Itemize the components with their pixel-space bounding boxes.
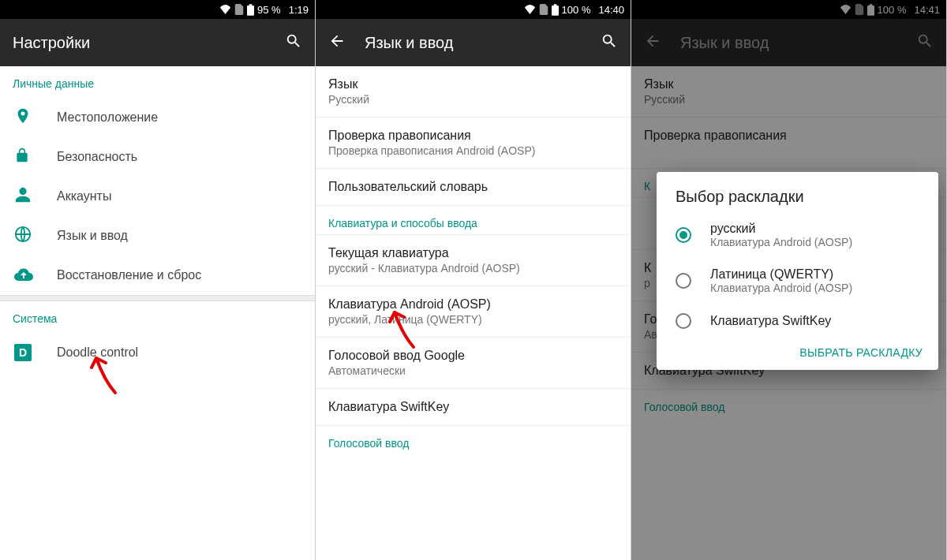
section-system: Система	[0, 301, 315, 333]
option-title: Латиница (QWERTY)	[710, 267, 852, 282]
cloud-upload-icon	[14, 267, 33, 284]
item-aosp-keyboard[interactable]: Клавиатура Android (AOSP) русский, Латин…	[316, 286, 631, 338]
radio-option-swiftkey[interactable]: Клавиатура SwiftKey	[657, 304, 938, 338]
app-bar: Язык и ввод	[316, 19, 631, 66]
radio-option-russian[interactable]: русский Клавиатура Android (AOSP)	[657, 212, 938, 258]
screen-settings: 95 % 1:19 Настройки Личные данные Местоп…	[0, 0, 316, 560]
lock-icon	[14, 147, 30, 167]
account-icon	[14, 186, 32, 207]
status-bar: 100 % 14:40	[316, 0, 631, 19]
app-bar: Настройки	[0, 19, 315, 66]
item-accounts[interactable]: Аккаунты	[0, 177, 315, 216]
item-label: Местоположение	[57, 110, 302, 125]
sim-icon	[539, 4, 548, 15]
item-title: Клавиатура Android (AOSP)	[328, 297, 618, 312]
doodle-icon: D	[14, 344, 32, 361]
item-title: Проверка правописания	[328, 129, 618, 143]
item-subtitle: русский - Клавиатура Android (AOSP)	[328, 262, 618, 274]
battery-pct: 95 %	[257, 4, 281, 16]
page-title: Язык и ввод	[365, 34, 582, 52]
item-subtitle: русский, Латиница (QWERTY)	[328, 313, 618, 326]
item-language-input[interactable]: Язык и ввод	[0, 216, 315, 256]
item-title: Клавиатура SwiftKey	[328, 400, 618, 414]
dialog-layout-picker: Выбор раскладки русский Клавиатура Andro…	[657, 172, 938, 370]
item-label: Язык и ввод	[57, 229, 302, 243]
option-title: Клавиатура SwiftKey	[710, 314, 831, 328]
content: Язык Русский Проверка правописания Прове…	[316, 66, 631, 560]
item-subtitle: Русский	[328, 93, 618, 106]
radio-icon	[676, 227, 691, 243]
item-language[interactable]: Язык Русский	[316, 66, 631, 118]
item-dictionary[interactable]: Пользовательский словарь	[316, 169, 631, 206]
modal-scrim-top	[631, 0, 946, 66]
section-personal: Личные данные	[0, 66, 315, 98]
item-subtitle: Проверка правописания Android (AOSP)	[328, 144, 618, 157]
section-keyboard: Клавиатура и способы ввода	[316, 206, 631, 235]
battery-icon	[247, 4, 254, 16]
clock: 1:19	[289, 4, 309, 16]
radio-option-latin[interactable]: Латиница (QWERTY) Клавиатура Android (AO…	[657, 258, 938, 304]
search-icon[interactable]	[285, 32, 302, 53]
content: Личные данные Местоположение Безопасност…	[0, 66, 315, 560]
item-subtitle: Автоматически	[328, 364, 618, 377]
item-doodle[interactable]: D Doodle control	[0, 333, 315, 372]
item-label: Безопасность	[57, 150, 302, 164]
divider	[0, 295, 315, 301]
globe-icon	[14, 226, 32, 246]
wifi-icon	[524, 5, 536, 14]
section-voice: Голосовой ввод	[316, 426, 631, 454]
radio-icon	[676, 273, 691, 289]
item-title: Голосовой ввод Google	[328, 349, 618, 363]
option-subtitle: Клавиатура Android (AOSP)	[710, 236, 852, 248]
location-icon	[14, 107, 32, 128]
item-location[interactable]: Местоположение	[0, 98, 315, 137]
option-title: русский	[710, 222, 852, 236]
dialog-title: Выбор раскладки	[657, 188, 938, 212]
item-spellcheck[interactable]: Проверка правописания Проверка правописа…	[316, 118, 631, 169]
screen-language-input: 100 % 14:40 Язык и ввод Язык Русский Про…	[316, 0, 631, 560]
item-current-keyboard[interactable]: Текущая клавиатура русский - Клавиатура …	[316, 235, 631, 286]
search-icon[interactable]	[601, 32, 618, 53]
item-title: Язык	[328, 77, 618, 91]
radio-icon	[676, 313, 691, 329]
item-label: Восстановление и сброс	[57, 268, 302, 282]
item-backup[interactable]: Восстановление и сброс	[0, 256, 315, 295]
page-title: Настройки	[13, 34, 266, 52]
wifi-icon	[219, 5, 231, 14]
item-swiftkey[interactable]: Клавиатура SwiftKey	[316, 389, 631, 426]
sim-icon	[234, 4, 244, 15]
battery-pct: 100 %	[562, 4, 591, 16]
back-arrow-icon[interactable]	[328, 32, 346, 53]
clock: 14:40	[598, 4, 624, 16]
item-label: Doodle control	[57, 345, 302, 360]
dialog-action-choose[interactable]: ВЫБРАТЬ РАСКЛАДКУ	[657, 338, 938, 364]
item-security[interactable]: Безопасность	[0, 137, 315, 177]
battery-icon	[552, 4, 559, 16]
status-bar: 95 % 1:19	[0, 0, 315, 19]
item-google-voice[interactable]: Голосовой ввод Google Автоматически	[316, 338, 631, 389]
item-title: Пользовательский словарь	[328, 180, 618, 194]
item-label: Аккаунты	[57, 189, 302, 203]
option-subtitle: Клавиатура Android (AOSP)	[710, 282, 852, 294]
screen-layout-dialog: 100 % 14:41 Язык и ввод Язык Русский Про…	[631, 0, 947, 560]
item-title: Текущая клавиатура	[328, 246, 618, 260]
